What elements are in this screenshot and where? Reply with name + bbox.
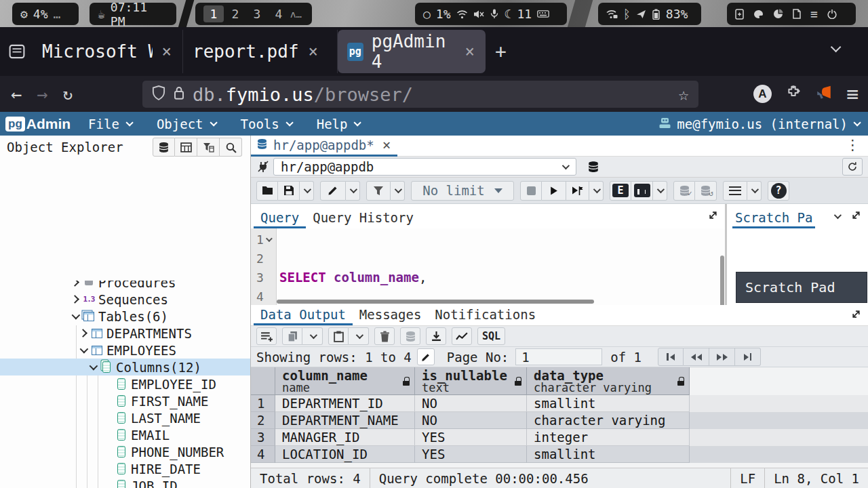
phone-sync-icon[interactable] (735, 9, 744, 20)
tree-item[interactable]: Tables(6) (0, 308, 250, 325)
table-row[interactable]: 3 MANAGER_ID YES integer (251, 429, 868, 446)
expand-scratch-icon[interactable] (851, 210, 861, 223)
chevron-down-icon[interactable] (834, 211, 842, 219)
file-icon[interactable] (793, 9, 801, 19)
explain-analyze-button[interactable] (631, 181, 653, 201)
extension-a-icon[interactable]: A (753, 85, 772, 103)
open-file-button[interactable] (256, 181, 278, 201)
eol-indicator[interactable]: LF (731, 471, 764, 486)
sql-button[interactable]: SQL (477, 327, 505, 345)
firefox-view-icon[interactable] (7, 41, 27, 62)
grid-corner[interactable] (251, 367, 275, 395)
network-widget[interactable]: ᛒ 83% (598, 3, 701, 25)
workspace-3[interactable]: 3 (247, 5, 267, 22)
row-number[interactable]: 4 (251, 446, 275, 463)
edit-button[interactable] (320, 181, 346, 201)
filter-options-caret[interactable] (391, 181, 405, 201)
puzzle-extensions-icon[interactable] (785, 85, 802, 104)
save-file-button[interactable] (278, 181, 300, 201)
close-tab-icon[interactable]: × (307, 42, 319, 61)
sql-editor[interactable]: 1 2 3 4 SELECT column_name, CASE WHEN is… (251, 228, 725, 306)
copy-button[interactable] (282, 327, 302, 345)
kebab-menu-icon[interactable]: ⋮ (846, 137, 860, 153)
workspace-2[interactable]: 2 (225, 5, 245, 22)
column-header-3[interactable]: data_type character varying (527, 367, 690, 395)
tree-item[interactable]: Procedures (0, 281, 250, 291)
view-data-button[interactable] (175, 138, 197, 157)
tree-item[interactable]: FIRST_NAME (0, 392, 250, 409)
palette-icon[interactable] (753, 9, 764, 19)
row-number[interactable]: 1 (251, 395, 275, 412)
tab-query-history[interactable]: Query History (306, 208, 420, 228)
delete-row-button[interactable] (374, 327, 395, 345)
power-icon[interactable] (827, 9, 837, 19)
close-tab-icon[interactable]: × (464, 42, 476, 61)
macros-button[interactable] (723, 181, 747, 201)
tree-chevron-icon[interactable] (80, 345, 89, 354)
tab-scratch-pad[interactable]: Scratch Pa (732, 208, 815, 228)
tab-notifications[interactable]: Notifications (428, 305, 542, 325)
tree-item[interactable]: EMPLOYEE_ID (0, 375, 250, 392)
cell-column-name[interactable]: MANAGER_ID (275, 429, 415, 446)
table-row[interactable]: 1 DEPARTMENT_ID NO smallint (251, 395, 868, 412)
row-number[interactable]: 3 (251, 429, 275, 446)
connection-select[interactable]: hr/app@appdb (273, 158, 576, 176)
tree-item[interactable]: Sequences (0, 291, 250, 308)
graph-visualiser-button[interactable] (452, 327, 472, 345)
megaphone-extension-icon[interactable] (815, 85, 833, 103)
table-row[interactable]: 4 LOCATION_ID YES smallint (251, 446, 868, 463)
hamburger-menu-icon[interactable]: ≡ (846, 82, 859, 106)
horizontal-scrollbar[interactable] (277, 300, 594, 304)
explain-caret[interactable] (653, 181, 667, 201)
fold-chevron-icon[interactable] (266, 235, 273, 242)
connection-status-icon[interactable] (253, 158, 273, 176)
tree-item[interactable]: Columns(12) (0, 359, 250, 375)
user-account-menu[interactable]: me@fymio.us (internal) (658, 117, 859, 131)
tab-data-output[interactable]: Data Output (254, 305, 353, 325)
tree-item[interactable]: DEPARTMENTS (0, 325, 250, 342)
tree-item[interactable]: LAST_NAME (0, 409, 250, 426)
rollback-button[interactable]: ↺ (695, 181, 717, 201)
cell-column-name[interactable]: DEPARTMENT_NAME (275, 412, 415, 429)
execute-options-button[interactable] (566, 181, 589, 201)
macros-caret[interactable] (747, 181, 762, 201)
commit-button[interactable]: ✓ (673, 181, 695, 201)
tree-chevron-icon[interactable] (71, 295, 79, 304)
filtered-rows-button[interactable] (197, 138, 220, 157)
list-all-tabs-icon[interactable] (831, 42, 838, 55)
tree-item[interactable]: EMPLOYEES (0, 342, 250, 359)
tree-chevron-icon[interactable] (79, 329, 87, 338)
url-bar[interactable]: db.fymio.us/browser/ ☆ (142, 81, 698, 108)
add-row-button[interactable] (256, 327, 277, 345)
sql-code[interactable]: SELECT column_name, CASE WHEN is_nullabl… (277, 228, 725, 306)
tree-chevron-icon[interactable] (90, 362, 98, 371)
cell-is-nullable[interactable]: YES (415, 446, 527, 463)
close-icon[interactable]: × (382, 137, 391, 153)
query-tool-tab[interactable]: hr/app@appdb* × (251, 136, 397, 157)
menu-file[interactable]: File (88, 117, 131, 131)
column-header-2[interactable]: is_nullable text (415, 367, 527, 395)
bookmark-star-icon[interactable]: ☆ (678, 84, 689, 104)
row-number[interactable]: 2 (251, 412, 275, 429)
reset-layout-button[interactable] (842, 158, 863, 176)
tab-query[interactable]: Query (254, 208, 306, 228)
filter-button[interactable] (366, 181, 391, 201)
shield-icon[interactable] (152, 85, 165, 104)
vertical-scrollbar[interactable] (720, 256, 724, 306)
limit-select[interactable]: No limit (411, 181, 514, 201)
cell-data-type[interactable]: smallint (527, 395, 690, 412)
browser-tab-1[interactable]: Microsoft Wo × (33, 30, 183, 73)
tree-item[interactable]: JOB_ID (0, 477, 250, 488)
paste-button[interactable] (328, 327, 349, 345)
cancel-query-button[interactable] (520, 181, 542, 201)
prev-page-button[interactable] (684, 348, 709, 366)
query-tool-button[interactable] (153, 138, 175, 157)
tree-chevron-icon[interactable] (72, 311, 81, 320)
save-options-caret[interactable] (300, 181, 314, 201)
save-data-button[interactable] (400, 327, 420, 345)
tree-item[interactable]: EMAIL (0, 426, 250, 443)
explain-button[interactable]: E (610, 181, 631, 201)
tree-item[interactable]: HIRE_DATE (0, 460, 250, 477)
menu-lines-icon[interactable]: ≡ (810, 7, 818, 21)
menu-object[interactable]: Object (157, 117, 215, 131)
